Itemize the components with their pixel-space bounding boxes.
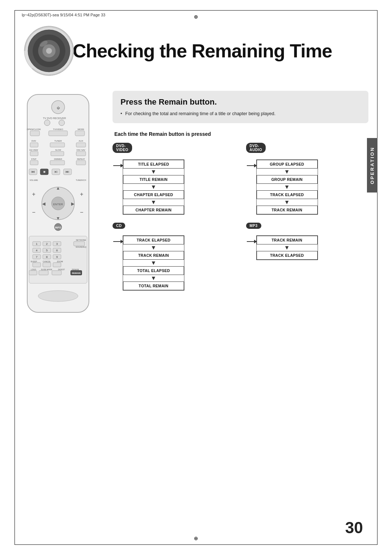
title-remain-item: TITLE REMAIN <box>123 175 184 184</box>
svg-text:+: + <box>80 191 83 197</box>
svg-rect-86 <box>33 263 41 267</box>
svg-rect-24 <box>50 143 65 147</box>
header-meta: lp~42p(DS630T)-sea 9/15/04 4:51 PM Page … <box>22 13 105 17</box>
title-section: 0101010101010101010101010101010101010101… <box>22 20 370 82</box>
svg-text:TUNER/CH: TUNER/CH <box>76 179 86 181</box>
svg-text:2: 2 <box>46 242 48 246</box>
track-elapsed-item: TRACK ELAPSED <box>257 190 318 199</box>
dvd-audio-badge: DVD-AUDIO <box>246 143 266 153</box>
svg-rect-19 <box>75 131 85 136</box>
svg-text:EQ VIEW: EQ VIEW <box>29 149 38 151</box>
svg-text:+: + <box>32 191 35 197</box>
chapter-remain-item: CHAPTER REMAIN <box>123 206 184 214</box>
svg-text:⏯: ⏯ <box>54 170 58 174</box>
svg-text:⏭: ⏭ <box>66 170 69 174</box>
svg-text:DSC NAV: DSC NAV <box>77 149 85 151</box>
group-elapsed-item: GROUP ELAPSED <box>257 160 318 169</box>
cd-track-remain-item: TRACK REMAIN <box>123 251 184 260</box>
svg-text:6: 6 <box>56 249 58 252</box>
svg-rect-37 <box>76 161 86 165</box>
svg-text:REMAIN: REMAIN <box>72 272 81 274</box>
cd-total-remain-item: TOTAL REMAIN <box>123 281 184 290</box>
svg-point-12 <box>44 120 50 126</box>
svg-text:TUNER: TUNER <box>54 140 62 142</box>
dvd-audio-flow: GROUP ELAPSED ▼ GROUP REMAIN ▼ TRACK ELA… <box>256 159 369 215</box>
mp3-flow: TRACK REMAIN ▼ TRACK ELAPSED <box>256 235 369 260</box>
svg-rect-88 <box>53 263 61 267</box>
each-time-label: Each time the Remain button is pressed <box>114 131 368 137</box>
svg-rect-25 <box>76 143 86 147</box>
page-number: 30 <box>345 519 363 537</box>
svg-rect-17 <box>30 131 40 136</box>
svg-point-13 <box>59 120 65 126</box>
svg-text:▶: ▶ <box>71 201 75 206</box>
svg-text:STEP: STEP <box>31 158 37 160</box>
svg-text:9: 9 <box>56 255 58 259</box>
remote-control-area: ⏻ TV DVD RECEIVER OPEN/CLOSE TV/VIDEO MO… <box>20 91 103 511</box>
arrow1: ▼ <box>257 244 318 251</box>
svg-text:SLEEP: SLEEP <box>30 260 37 263</box>
operation-tab-label: OPERATION <box>367 138 377 193</box>
dvd-video-entry-arrow <box>113 164 123 167</box>
dvd-audio-flowchart: GROUP ELAPSED ▼ GROUP REMAIN ▼ TRACK ELA… <box>256 159 318 215</box>
arrow3: ▼ <box>123 199 184 206</box>
svg-rect-29 <box>30 151 38 156</box>
track-remain-item: TRACK REMAIN <box>257 206 318 214</box>
arrow2: ▼ <box>123 260 184 266</box>
svg-rect-63 <box>74 242 85 246</box>
arrow1: ▼ <box>123 169 184 175</box>
svg-text:CANCEL: CANCEL <box>43 260 51 263</box>
svg-rect-36 <box>50 161 65 165</box>
dvd-audio-diagram: DVD-AUDIO GROUP ELAPSED ▼ GROUP REMAIN ▼… <box>246 143 369 215</box>
svg-rect-23 <box>30 143 38 147</box>
svg-text:OPEN/CLOSE: OPEN/CLOSE <box>26 128 41 130</box>
cd-badge: CD <box>113 223 125 229</box>
border-right <box>377 10 377 545</box>
svg-point-6 <box>46 48 52 54</box>
arrow1: ▼ <box>257 169 318 175</box>
svg-text:REPEAT: REPEAT <box>77 158 85 160</box>
press-remain-box: Press the Remain button. • For checking … <box>113 91 368 123</box>
remote-svg: ⏻ TV DVD RECEIVER OPEN/CLOSE TV/VIDEO MO… <box>20 91 96 316</box>
mp3-diagram: MP3 TRACK REMAIN ▼ TRACK ELAPSED <box>246 222 369 291</box>
svg-text:1: 1 <box>36 242 38 246</box>
svg-text:ENTER: ENTER <box>53 203 63 206</box>
svg-text:8: 8 <box>46 255 48 259</box>
svg-rect-87 <box>43 263 51 267</box>
reg-mark-bottom: ⊕ <box>194 535 198 541</box>
svg-rect-31 <box>76 151 86 156</box>
border-top <box>15 10 377 11</box>
disc-decoration: 0101010101010101010101010101010101010101… <box>22 24 76 78</box>
reg-mark-top: ⊕ <box>194 14 198 20</box>
mp3-entry-arrow <box>247 240 257 243</box>
arrow3: ▼ <box>123 275 184 281</box>
svg-text:LOGO: LOGO <box>31 268 36 271</box>
mp3-badge: MP3 <box>246 223 261 229</box>
press-remain-title: Press the Remain button. <box>121 97 360 107</box>
svg-text:SOUND/EQ: SOUND/EQ <box>75 246 86 248</box>
svg-rect-35 <box>30 161 38 165</box>
svg-text:3: 3 <box>56 242 58 246</box>
dvd-video-diagram: DVD-VIDEO TITLE ELAPSED ▼ TITLE REMAIN ▼… <box>113 143 235 215</box>
dvd-video-badge: DVD-VIDEO <box>113 143 132 153</box>
disc-svg: 0101010101010101010101010101010101010101… <box>22 24 76 78</box>
svg-text:TV/VIDEO: TV/VIDEO <box>53 128 63 130</box>
border-left <box>15 10 15 545</box>
dvd-video-flowchart: TITLE ELAPSED ▼ TITLE REMAIN ▼ CHAPTER E… <box>123 159 184 215</box>
arrow1: ▼ <box>123 244 184 251</box>
svg-rect-93 <box>29 271 37 275</box>
group-remain-item: GROUP REMAIN <box>257 175 318 184</box>
content-area: Press the Remain button. • For checking … <box>113 91 368 511</box>
cd-entry-arrow <box>113 240 123 243</box>
svg-text:MODE: MODE <box>78 128 84 130</box>
cd-flow: TRACK ELAPSED ▼ TRACK REMAIN ▼ TOTAL ELA… <box>123 235 235 291</box>
svg-text:DVD: DVD <box>32 140 36 142</box>
press-remain-desc: • For checking the total and remaining t… <box>121 110 360 117</box>
svg-text:SET/DONE: SET/DONE <box>76 239 86 241</box>
diagrams-grid: DVD-VIDEO TITLE ELAPSED ▼ TITLE REMAIN ▼… <box>113 143 368 291</box>
svg-text:TV  DVD RECEIVER: TV DVD RECEIVER <box>43 117 66 119</box>
arrow2: ▼ <box>257 184 318 190</box>
dvd-audio-entry-arrow <box>247 164 257 167</box>
svg-rect-30 <box>51 151 64 156</box>
svg-text:SLIDE MODE: SLIDE MODE <box>41 268 53 271</box>
